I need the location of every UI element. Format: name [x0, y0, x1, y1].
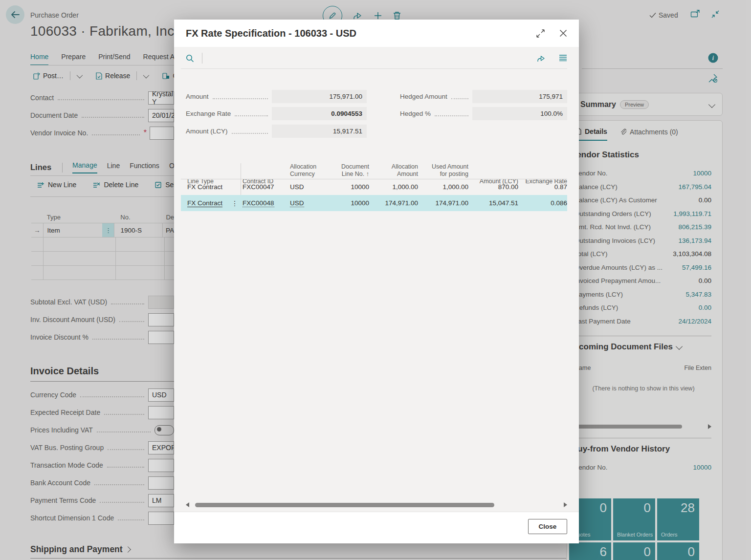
cell-used-amount[interactable]: 174,971.00 — [420, 195, 468, 211]
leader-dots — [213, 98, 268, 99]
toolbar-divider — [181, 68, 567, 69]
fx-table-row[interactable]: FX Contract FXC00047 USD 10000 1,000.00 … — [181, 179, 567, 195]
cell-amount-lcy[interactable]: 15,047.51 — [472, 195, 518, 211]
cell-exchange-rate[interactable]: 0.086 — [522, 195, 567, 211]
leader-dots — [232, 133, 268, 134]
scrollbar-thumb[interactable] — [195, 503, 494, 507]
scroll-right-arrow[interactable] — [564, 502, 567, 507]
cell-currency[interactable]: USD — [290, 195, 329, 211]
hedged-pct-field-row: Hedged % 100.0% — [400, 107, 567, 120]
scrollbar-track[interactable] — [194, 503, 559, 507]
expand-dialog-button[interactable] — [536, 29, 545, 38]
close-icon — [559, 29, 567, 37]
divider — [202, 53, 202, 64]
cell-contract-id[interactable]: FXC00048 — [243, 195, 287, 211]
dialog-scrollbar[interactable] — [186, 502, 567, 507]
dialog-title: FX Rate Specification - 106033 - USD — [186, 28, 356, 39]
cell-line-type[interactable]: FX Contract — [187, 179, 236, 195]
cell-doc-line-no[interactable]: 10000 — [329, 195, 369, 211]
fx-rate-dialog: FX Rate Specification - 106033 - USD Amo… — [174, 20, 579, 543]
amount-field-row: Amount 175,971.00 — [186, 90, 367, 103]
amount-lcy-label: Amount (LCY) — [186, 128, 228, 135]
dialog-header: FX Rate Specification - 106033 - USD — [174, 20, 579, 47]
leader-dots — [451, 98, 468, 99]
row-menu-button[interactable]: ⋮ — [230, 195, 240, 211]
col-allocation-currency: AllocationCurrency — [290, 163, 329, 178]
cell-contract-id[interactable]: FXC00047 — [243, 179, 287, 195]
cell-doc-line-no[interactable]: 10000 — [329, 179, 369, 195]
hedged-amount-label: Hedged Amount — [400, 93, 447, 100]
close-button[interactable]: Close — [528, 519, 567, 534]
list-view-button[interactable] — [559, 54, 567, 63]
expand-icon — [536, 29, 545, 38]
col-used-amount: Used Amountfor posting — [420, 163, 468, 178]
col-document-line-no: DocumentLine No. ↑ — [329, 163, 369, 178]
share-icon — [537, 54, 546, 63]
share-dialog-button[interactable] — [537, 54, 546, 63]
hedged-pct-label: Hedged % — [400, 110, 431, 117]
hedged-pct-value[interactable]: 100.0% — [472, 107, 567, 120]
list-icon — [559, 54, 567, 61]
cell-exchange-rate[interactable]: 0.87 — [522, 179, 567, 195]
hedged-amount-value[interactable]: 175,971 — [472, 90, 567, 103]
cell-amount-lcy[interactable]: 870.00 — [472, 179, 518, 195]
cell-currency[interactable]: USD — [290, 179, 329, 195]
leader-dots — [435, 115, 468, 116]
dialog-footer: Close — [174, 512, 579, 543]
hedged-amount-field-row: Hedged Amount 175,971 — [400, 90, 567, 103]
fx-table-row-selected[interactable]: FX Contract ⋮ FXC00048 USD 10000 174,971… — [181, 195, 567, 211]
close-dialog-button[interactable] — [559, 29, 567, 37]
exchange-rate-label: Exchange Rate — [186, 110, 231, 117]
scroll-left-arrow[interactable] — [186, 502, 189, 507]
cell-used-amount[interactable]: 1,000.00 — [420, 179, 468, 195]
col-allocation-amount: AllocationAmount — [374, 163, 418, 178]
amount-lcy-field-row: Amount (LCY) 15,917.51 — [186, 125, 367, 138]
cell-alloc-amount[interactable]: 174,971.00 — [374, 195, 418, 211]
search-icon — [186, 54, 194, 63]
amount-label: Amount — [186, 93, 209, 100]
exchange-rate-value[interactable]: 0.0904553 — [272, 107, 367, 120]
exchange-rate-field-row: Exchange Rate 0.0904553 — [186, 107, 367, 120]
cell-line-type[interactable]: FX Contract — [187, 195, 229, 211]
search-button[interactable] — [186, 54, 194, 63]
leader-dots — [235, 115, 268, 116]
dialog-toolbar — [174, 47, 579, 69]
amount-value[interactable]: 175,971.00 — [272, 90, 367, 103]
cell-alloc-amount[interactable]: 1,000.00 — [374, 179, 418, 195]
amount-lcy-value[interactable]: 15,917.51 — [272, 125, 367, 138]
